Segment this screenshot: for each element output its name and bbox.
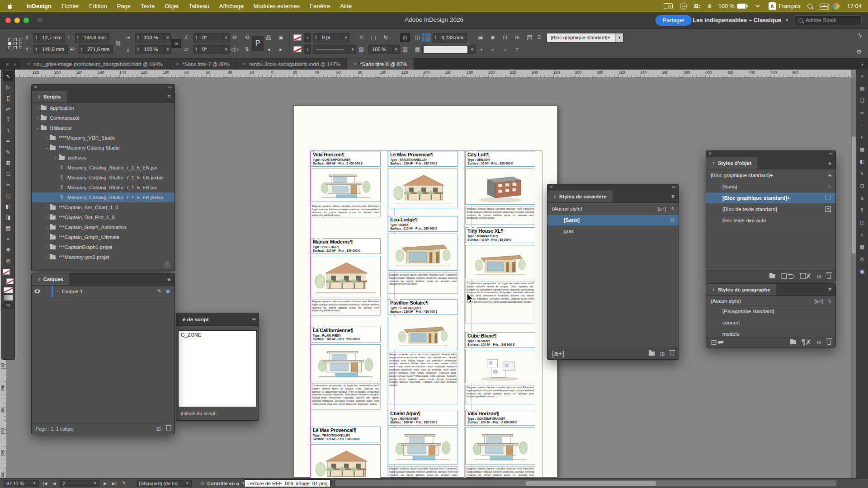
catalog-card[interactable]: ∞Villa Horizon¶Type : CONTEMPORAINE¶Surf…	[311, 151, 381, 217]
character-style-row[interactable]: [Sans]⤫	[547, 215, 679, 226]
auto-fit-icon[interactable]: 回	[524, 33, 534, 42]
disclosure-arrow-icon[interactable]: ⌄	[43, 145, 50, 150]
tab-close-icon[interactable]: ✕	[354, 62, 357, 66]
load-styles-icon[interactable]: ⊡⮨	[711, 338, 723, 347]
card-image-frame[interactable]	[388, 169, 458, 208]
width-field[interactable]: ▲▼184,6 mm	[75, 33, 109, 42]
last-page-button[interactable]: ▶|	[111, 481, 118, 486]
card-header[interactable]: La Californienne¶Type : PLAIN-PIED¶Surfa…	[311, 327, 381, 343]
tab-layers[interactable]: ⇕Calques	[32, 273, 69, 285]
script-tree-item[interactable]: §Masonry_Catalog_Studio_7_1_5_EN.jsx	[32, 163, 175, 173]
menu-item-modules-externes[interactable]: Modules externes	[249, 3, 305, 9]
fill-swatch[interactable]	[3, 269, 10, 275]
dock-text-wrap-icon[interactable]: ◫	[858, 218, 867, 227]
card-body-text[interactable]: Magnam pretium labore convallis rhoncus …	[465, 385, 535, 404]
gradient-feather-tool[interactable]: ◨	[3, 212, 14, 222]
corner-options-icon[interactable]: ⌑	[356, 33, 366, 42]
delete-layer-icon[interactable]	[166, 427, 170, 431]
scale-y-field[interactable]: ▲▼100 %▼	[135, 45, 171, 54]
dock-collapse-icon[interactable]: «	[858, 71, 867, 80]
apply-none-button[interactable]	[3, 287, 13, 293]
document-tab[interactable]: ✕*Sans titre-7 @ 80%	[170, 58, 236, 70]
new-layer-icon[interactable]: ⊞	[156, 426, 161, 432]
card-image-frame[interactable]	[465, 350, 535, 383]
script-tree-item[interactable]: ›****Masonry_VDP_Studio	[32, 133, 175, 143]
catalog-card[interactable]: ∞Manoir Moderne¶Type : PRESTIGE¶Surface …	[311, 238, 381, 316]
card-header[interactable]: Manoir Moderne¶Type : PRESTIGE¶Surface :…	[311, 238, 381, 254]
tab-object-styles[interactable]: ⇕Styles d'objet	[706, 157, 757, 169]
fill-stroke-proxy[interactable]	[3, 269, 14, 284]
browser-app-icon[interactable]	[833, 3, 840, 9]
script-tree-item[interactable]: §Masonry_Catalog_Studio_7_1_5_FR.jsxbin	[32, 192, 175, 202]
input-source[interactable]: A Français	[769, 2, 801, 10]
dock-color-icon[interactable]: ◐	[858, 132, 867, 141]
tab-character-styles[interactable]: ⇕Styles de caractère	[547, 191, 613, 202]
menu-item-affichage[interactable]: Affichage	[214, 3, 249, 9]
new-style-group-icon[interactable]	[649, 352, 655, 356]
card-header[interactable]: Villa Horizon¶Type : CONTEMPORAINE¶Surfa…	[311, 151, 381, 167]
stroke-weight-field[interactable]: ▲▼0 pt▼	[313, 33, 349, 42]
panel-menu-icon[interactable]: ≡	[824, 160, 835, 166]
catalog-card[interactable]: ∞Eco-Lodge¶Type : BOIS¶Surface : 110 M² …	[388, 216, 458, 294]
script-tree-item[interactable]: ›***Captain_Graph_Automation	[32, 222, 175, 232]
linked-frame-icon[interactable]: ∞	[468, 332, 478, 334]
vertical-scrollbar[interactable]	[851, 78, 856, 478]
object-style-row[interactable]: [Sans]⤫	[706, 181, 835, 192]
panel-menu-icon[interactable]: ≡	[163, 94, 175, 100]
share-button[interactable]: Partager	[656, 15, 692, 26]
control-center-icon[interactable]	[820, 4, 828, 9]
new-style-icon[interactable]: ⊞	[817, 339, 821, 346]
linked-frame-icon[interactable]: ∞	[313, 427, 323, 429]
disclosure-arrow-icon[interactable]: ›	[34, 116, 41, 120]
fill-arrow-button[interactable]: ›	[304, 45, 311, 54]
clear-overrides-icon[interactable]: ❏⮌	[781, 272, 794, 281]
card-image-frame[interactable]	[311, 444, 381, 478]
stroke-arrow-button[interactable]: ›	[304, 33, 311, 42]
script-tree-item[interactable]: ›***CaptainGraph1-projet	[32, 242, 175, 252]
menu-item-texte[interactable]: Texte	[136, 3, 160, 9]
pencil-tool[interactable]: ✎	[3, 147, 14, 157]
catalog-card[interactable]: ∞City Loft¶Type : URBAIN¶Surface : 95 M²…	[465, 151, 535, 225]
wrap-jump-icon[interactable]: ▦	[412, 45, 422, 54]
distribute-icon[interactable]: ⌗	[512, 45, 522, 54]
x-field[interactable]: ▲▼12,7 mm	[33, 33, 65, 42]
page-spread[interactable]: ∞Villa Horizon¶Type : CONTEMPORAINE¶Surf…	[293, 105, 557, 478]
menu-item-objet[interactable]: Objet	[160, 3, 184, 9]
object-style-row[interactable]: bloc texte dim auto	[706, 215, 835, 226]
card-header[interactable]: Le Mas Provencal¶Type : TRADITIONNELLE¶S…	[311, 427, 381, 442]
link-scale-icon[interactable]: ∞	[171, 39, 181, 48]
dock-align-icon[interactable]: ⌗	[858, 230, 867, 239]
document-tab[interactable]: ✕*Sans titre-8 @ 87%	[347, 58, 414, 70]
card-body-text[interactable]: Condimentum perspiciatis, do fugiat leo,…	[465, 281, 535, 324]
dock-notes-icon[interactable]: ▣	[858, 267, 867, 276]
card-header[interactable]: Le Mas Provencal¶Type : TRADITIONNELLE¶S…	[388, 151, 458, 167]
layer-visibility-toggle[interactable]	[32, 286, 43, 297]
align-left-icon[interactable]: ⫞	[476, 45, 486, 54]
selection-tool[interactable]: ↖	[3, 71, 14, 81]
disclosure-arrow-icon[interactable]: ›	[43, 215, 50, 220]
dock-pages-icon[interactable]: ▤	[858, 84, 867, 93]
disclosure-arrow-icon[interactable]: ›	[43, 235, 50, 239]
layer-selection-square[interactable]	[166, 289, 170, 293]
linked-frame-icon[interactable]: ∞	[391, 216, 401, 218]
panel-menu-icon[interactable]: ≡	[667, 193, 679, 200]
card-header[interactable]: Cube Blanc¶Type : DESIGN¶Surface : 100 M…	[465, 332, 535, 348]
fit-fill-icon[interactable]: ⊡	[500, 33, 510, 42]
linked-frame-icon[interactable]: ∞	[313, 327, 323, 329]
zoom-tool[interactable]: ◎	[3, 255, 14, 266]
close-icon[interactable]: ✕	[550, 185, 553, 189]
menu-item-edition[interactable]: Edition	[84, 3, 112, 9]
wrap-none-icon[interactable]: ▤	[400, 33, 410, 42]
card-header[interactable]: Eco-Lodge¶Type : BOIS¶Surface : 110 M² -…	[388, 216, 458, 232]
preflight-profile-field[interactable]: [Standard] (de tra...▼	[137, 480, 192, 487]
card-image-frame[interactable]	[388, 317, 458, 350]
dock-swatches-icon[interactable]: ▦	[858, 145, 867, 154]
menu-item-tableau[interactable]: Tableau	[184, 3, 214, 9]
catalog-card[interactable]: ∞Pavillon Solaire¶Type : ÉCOLOGIQUE¶Surf…	[388, 299, 458, 404]
card-image-frame[interactable]	[311, 344, 381, 381]
wrap-offset-field[interactable]: ▲▼4,233 mm	[433, 33, 467, 42]
disclosure-arrow-icon[interactable]: ›	[52, 155, 59, 160]
line-tool[interactable]: ∖	[3, 125, 14, 136]
tabbar-overflow-icon[interactable]: »	[14, 62, 16, 67]
first-page-button[interactable]: |◀	[42, 481, 48, 486]
